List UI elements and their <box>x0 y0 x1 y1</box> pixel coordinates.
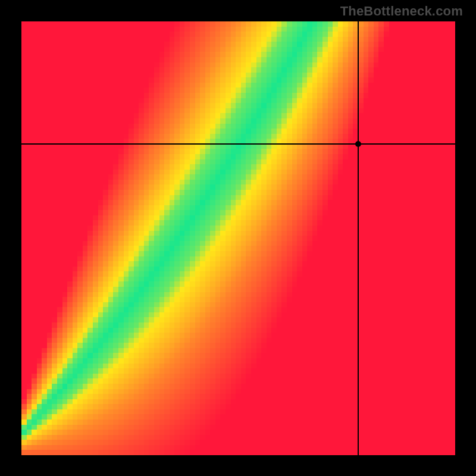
bottleneck-heatmap <box>21 21 455 455</box>
watermark-text: TheBottleneck.com <box>340 4 463 19</box>
